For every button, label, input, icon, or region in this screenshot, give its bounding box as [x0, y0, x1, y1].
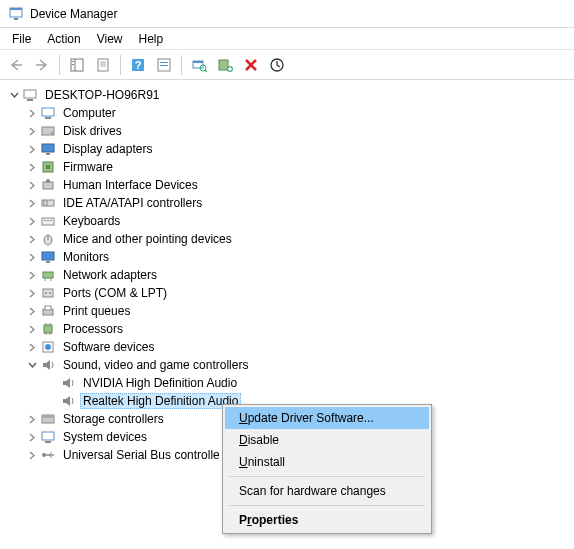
tree-item[interactable]: Display adapters	[4, 140, 570, 158]
chevron-right-icon[interactable]	[26, 251, 38, 263]
uninstall-button[interactable]	[239, 53, 263, 77]
svg-rect-29	[42, 108, 54, 116]
svg-point-54	[45, 292, 47, 294]
tree-item[interactable]: Print queues	[4, 302, 570, 320]
processor-icon	[40, 321, 56, 337]
tree-item[interactable]: Keyboards	[4, 212, 570, 230]
tree-item-label: Software devices	[60, 339, 157, 355]
show-hide-tree-button[interactable]	[65, 53, 89, 77]
tree-root-label: DESKTOP-HO96R91	[42, 87, 163, 103]
chevron-right-icon[interactable]	[26, 449, 38, 461]
nav-forward-button[interactable]	[30, 53, 54, 77]
menu-separator	[229, 505, 425, 506]
chevron-right-icon[interactable]	[26, 125, 38, 137]
menu-separator	[229, 476, 425, 477]
tree-item[interactable]: Monitors	[4, 248, 570, 266]
svg-point-64	[45, 344, 51, 350]
chevron-right-icon[interactable]	[26, 287, 38, 299]
chevron-down-icon[interactable]	[8, 89, 20, 101]
context-uninstall[interactable]: Uninstall	[225, 451, 429, 473]
context-update-driver[interactable]: Update Driver Software...	[225, 407, 429, 429]
toolbar-separator	[120, 55, 121, 75]
tree-item-label: Monitors	[60, 249, 112, 265]
svg-rect-33	[42, 144, 54, 152]
chevron-right-icon[interactable]	[26, 143, 38, 155]
svg-rect-49	[46, 261, 50, 263]
tree-item-label: Processors	[60, 321, 126, 337]
tree-item[interactable]: IDE ATA/ATAPI controllers	[4, 194, 570, 212]
tree-item[interactable]: Mice and other pointing devices	[4, 230, 570, 248]
tree-item-label: Computer	[60, 105, 119, 121]
chevron-right-icon[interactable]	[26, 107, 38, 119]
chevron-right-icon[interactable]	[26, 161, 38, 173]
menu-file[interactable]: File	[4, 30, 39, 48]
tree-item-label: Mice and other pointing devices	[60, 231, 235, 247]
tree-item-label: Display adapters	[60, 141, 155, 157]
chevron-right-icon[interactable]	[26, 179, 38, 191]
hid-icon	[40, 177, 56, 193]
tree-item[interactable]: Processors	[4, 320, 570, 338]
svg-rect-66	[42, 415, 54, 418]
network-icon	[40, 267, 56, 283]
action-button[interactable]	[152, 53, 176, 77]
svg-rect-34	[46, 153, 50, 155]
update-driver-button[interactable]	[265, 53, 289, 77]
svg-rect-42	[42, 218, 54, 225]
context-disable[interactable]: Disable	[225, 429, 429, 451]
printer-icon	[40, 303, 56, 319]
speaker-icon	[60, 393, 76, 409]
add-legacy-hardware-button[interactable]	[213, 53, 237, 77]
help-button[interactable]: ?	[126, 53, 150, 77]
svg-rect-15	[160, 65, 168, 66]
nav-back-button[interactable]	[4, 53, 28, 77]
chevron-right-icon[interactable]	[26, 341, 38, 353]
tree-item[interactable]: Firmware	[4, 158, 570, 176]
svg-rect-43	[44, 220, 46, 221]
tree-root[interactable]: DESKTOP-HO96R91	[4, 86, 570, 104]
chevron-right-icon[interactable]	[26, 413, 38, 425]
tree-item-sound[interactable]: Sound, video and game controllers	[4, 356, 570, 374]
toolbar-separator	[59, 55, 60, 75]
svg-rect-30	[45, 117, 51, 119]
context-scan-hardware[interactable]: Scan for hardware changes	[225, 480, 429, 502]
ide-icon	[40, 195, 56, 211]
tree-item[interactable]: Human Interface Devices	[4, 176, 570, 194]
menubar: File Action View Help	[0, 28, 574, 50]
chip-icon	[40, 159, 56, 175]
properties-button[interactable]	[91, 53, 115, 77]
chevron-right-icon[interactable]	[26, 323, 38, 335]
svg-rect-53	[43, 289, 53, 297]
chevron-right-icon[interactable]	[26, 215, 38, 227]
tree-item[interactable]: Disk drives	[4, 122, 570, 140]
expander-empty	[46, 395, 58, 407]
tree-item-label: Disk drives	[60, 123, 125, 139]
svg-line-19	[205, 70, 207, 72]
tree-item-label: NVIDIA High Definition Audio	[80, 375, 240, 391]
svg-rect-50	[43, 272, 53, 278]
context-properties[interactable]: Properties	[225, 509, 429, 531]
tree-item[interactable]: Ports (COM & LPT)	[4, 284, 570, 302]
svg-rect-45	[50, 220, 52, 221]
tree-item[interactable]: Network adapters	[4, 266, 570, 284]
chevron-right-icon[interactable]	[26, 233, 38, 245]
menu-help[interactable]: Help	[131, 30, 172, 48]
tree-item-label: Storage controllers	[60, 411, 167, 427]
chevron-right-icon[interactable]	[26, 305, 38, 317]
window-title: Device Manager	[30, 7, 117, 21]
chevron-right-icon[interactable]	[26, 269, 38, 281]
chevron-right-icon[interactable]	[26, 431, 38, 443]
scan-hardware-button[interactable]	[187, 53, 211, 77]
menu-action[interactable]: Action	[39, 30, 88, 48]
menu-view[interactable]: View	[89, 30, 131, 48]
chevron-down-icon[interactable]	[26, 359, 38, 371]
keyboard-icon	[40, 213, 56, 229]
chevron-right-icon[interactable]	[26, 197, 38, 209]
tree-item[interactable]: Software devices	[4, 338, 570, 356]
display-icon	[40, 141, 56, 157]
context-item-label: ninstall	[248, 455, 285, 469]
titlebar: Device Manager	[0, 0, 574, 28]
svg-rect-57	[45, 306, 51, 310]
tree-item[interactable]: Computer	[4, 104, 570, 122]
tree-child-nvidia[interactable]: NVIDIA High Definition Audio	[4, 374, 570, 392]
software-icon	[40, 339, 56, 355]
